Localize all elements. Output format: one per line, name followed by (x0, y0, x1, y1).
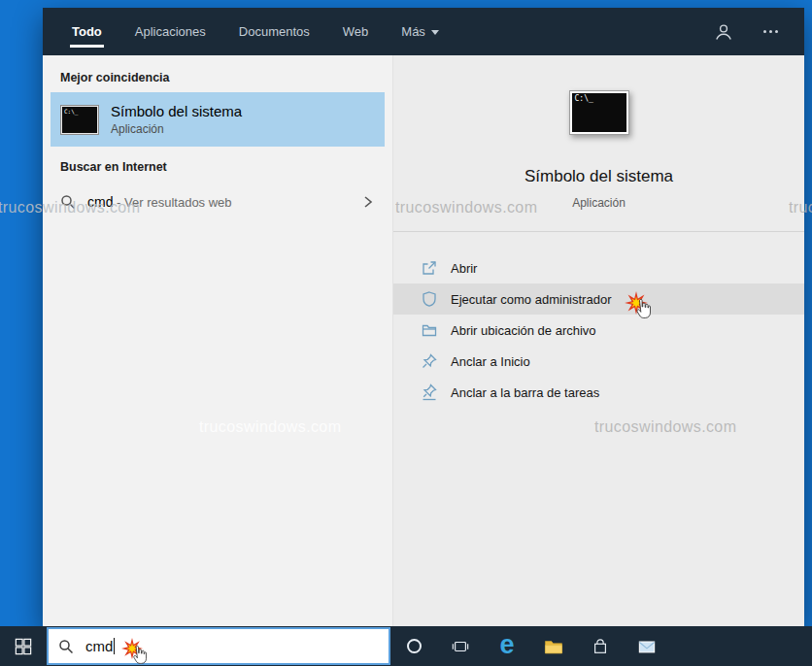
command-prompt-icon-large: C:\_ (569, 90, 629, 135)
tab-todo[interactable]: Todo (70, 9, 104, 54)
preview-panel: C:\_ Símbolo del sistema Aplicación Abri… (392, 55, 804, 626)
action-open-file-location-label: Abrir ubicación de archivo (451, 323, 596, 338)
best-match-header: Mejor coincidencia (60, 71, 170, 84)
open-icon (421, 259, 438, 277)
best-match-subtitle: Aplicación (111, 122, 242, 136)
search-icon (58, 639, 74, 654)
store-button[interactable] (577, 626, 624, 666)
action-open-label: Abrir (451, 261, 477, 276)
file-explorer-icon (544, 638, 563, 655)
tab-todo-label: Todo (72, 24, 102, 39)
action-pin-to-taskbar[interactable]: Anclar a la barra de tareas (393, 377, 804, 408)
cortana-button[interactable] (390, 626, 437, 666)
cortana-icon (407, 639, 422, 653)
tab-aplicaciones[interactable]: Aplicaciones (133, 9, 208, 54)
start-button[interactable] (0, 626, 47, 666)
tab-documentos-label: Documentos (239, 24, 310, 39)
pin-taskbar-icon (421, 383, 438, 401)
folder-location-icon (421, 321, 438, 339)
taskbar: cmd e (0, 626, 812, 666)
action-pin-to-start-label: Anclar a Inicio (451, 354, 530, 369)
task-view-button[interactable] (437, 626, 484, 666)
store-icon (592, 638, 609, 655)
tab-documentos[interactable]: Documentos (237, 9, 312, 54)
pin-icon (421, 352, 438, 370)
search-results-body: Mejor coincidencia C:\_ Símbolo del sist… (43, 55, 804, 626)
user-account-icon[interactable] (713, 21, 734, 43)
tab-mas-label: Más (401, 24, 425, 39)
action-pin-to-start[interactable]: Anclar a Inicio (393, 346, 804, 377)
more-options-icon[interactable] (760, 21, 781, 43)
hand-cursor-icon (131, 646, 147, 665)
ellipsis-icon (763, 30, 778, 33)
app-title: Símbolo del sistema (393, 167, 804, 186)
click-starburst-cursor (120, 637, 150, 666)
chevron-down-icon (431, 30, 439, 35)
web-search-item[interactable]: cmd - Ver resultados web (51, 185, 385, 218)
web-search-header: Buscar en Internet (60, 160, 167, 174)
action-list: Abrir Ejecutar como administrador (393, 252, 804, 408)
task-view-icon (452, 638, 469, 655)
search-header: Todo Aplicaciones Documentos Web Más (43, 8, 804, 55)
search-flyout: Todo Aplicaciones Documentos Web Más (43, 8, 804, 626)
tab-web-label: Web (343, 24, 369, 39)
chevron-right-icon (361, 194, 375, 210)
action-pin-to-taskbar-label: Anclar a la barra de tareas (451, 385, 599, 400)
tab-mas[interactable]: Más (399, 9, 441, 54)
tab-aplicaciones-label: Aplicaciones (135, 24, 206, 39)
taskbar-search-input[interactable]: cmd (47, 627, 390, 665)
edge-button[interactable]: e (484, 626, 530, 666)
search-input-value: cmd (85, 638, 113, 654)
divider (393, 231, 804, 232)
app-subtitle: Aplicación (393, 196, 804, 210)
text-caret (114, 638, 115, 654)
best-match-item[interactable]: C:\_ Símbolo del sistema Aplicación (51, 92, 385, 147)
best-match-title: Símbolo del sistema (111, 103, 242, 119)
action-open-file-location[interactable]: Abrir ubicación de archivo (393, 315, 804, 346)
tab-web[interactable]: Web (341, 9, 371, 54)
action-run-as-admin-label: Ejecutar como administrador (451, 292, 611, 307)
search-icon (60, 194, 76, 210)
mail-icon (637, 638, 657, 655)
edge-icon: e (499, 632, 514, 658)
command-prompt-icon: C:\_ (60, 105, 99, 135)
mail-button[interactable] (624, 626, 670, 666)
action-open[interactable]: Abrir (393, 252, 804, 283)
web-search-label: cmd - Ver resultados web (87, 194, 232, 210)
windows-logo-icon (15, 638, 32, 655)
action-run-as-admin[interactable]: Ejecutar como administrador (393, 283, 804, 315)
shield-icon (421, 290, 438, 308)
taskbar-icons: e (390, 626, 670, 666)
file-explorer-button[interactable] (530, 626, 577, 666)
results-panel: Mejor coincidencia C:\_ Símbolo del sist… (43, 55, 392, 626)
